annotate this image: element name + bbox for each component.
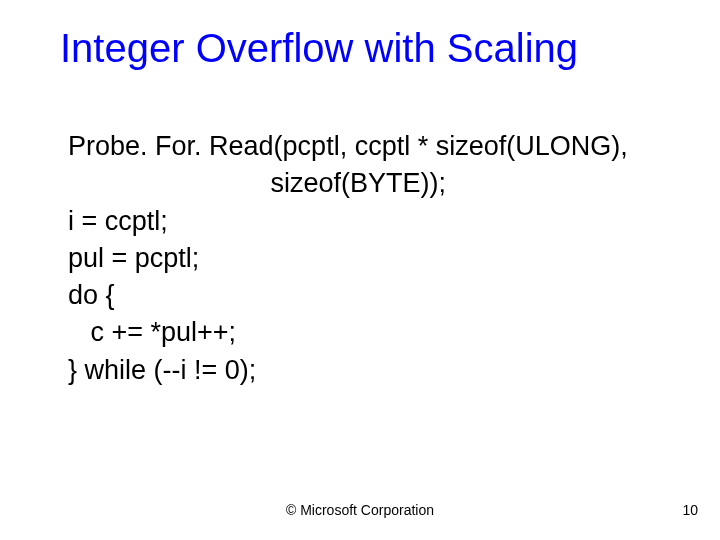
body-line: pul = pcptl; — [68, 240, 660, 277]
body-line: } while (--i != 0); — [68, 352, 660, 389]
body-line: Probe. For. Read(pcptl, ccptl * sizeof(U… — [68, 128, 660, 165]
body-line: do { — [68, 277, 660, 314]
footer-copyright: © Microsoft Corporation — [0, 502, 720, 518]
body-line: sizeof(BYTE)); — [68, 165, 660, 202]
slide-body: Probe. For. Read(pcptl, ccptl * sizeof(U… — [68, 128, 660, 389]
body-line: i = ccptl; — [68, 203, 660, 240]
body-line: c += *pul++; — [68, 314, 660, 351]
slide-number: 10 — [682, 502, 698, 518]
slide: Integer Overflow with Scaling Probe. For… — [0, 0, 720, 540]
slide-title: Integer Overflow with Scaling — [60, 26, 690, 70]
